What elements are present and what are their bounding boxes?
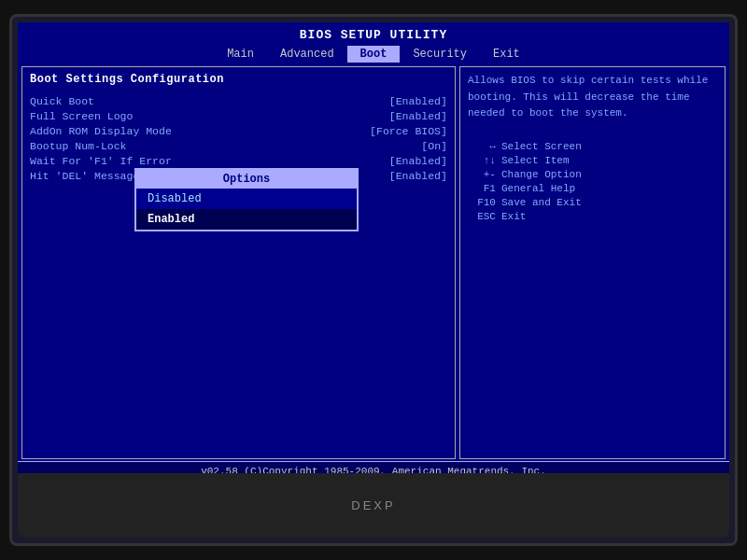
dropdown-item-disabled[interactable]: Disabled — [136, 189, 357, 209]
key-help: ↔ Select Screen ↑↓ Select Item +- Change… — [468, 141, 717, 225]
key-sym-f1: F1 — [468, 183, 496, 194]
key-sym-f10: F10 — [468, 197, 496, 208]
setting-value-del: [Enabled] — [389, 170, 447, 182]
key-sym-esc: ESC — [468, 211, 496, 222]
table-row[interactable]: Bootup Num-Lock [On] — [30, 140, 447, 152]
table-row[interactable]: Wait For 'F1' If Error [Enabled] — [30, 155, 447, 167]
help-text: Allows BIOS to skip certain tests while … — [468, 73, 717, 122]
setting-value-quickboot: [Enabled] — [389, 95, 447, 107]
main-content: Boot Settings Configuration Quick Boot [… — [18, 64, 729, 461]
bios-screen: BIOS SETUP UTILITY Main Advanced Boot Se… — [18, 22, 729, 473]
key-desc-f1: General Help — [501, 183, 575, 194]
footer-text: v02.58 (C)Copyright 1985-2009, American … — [201, 466, 546, 473]
setting-name-numlock: Bootup Num-Lock — [30, 140, 127, 152]
setting-value-fullscreen: [Enabled] — [389, 110, 447, 122]
dropdown-item-enabled[interactable]: Enabled — [136, 209, 357, 230]
key-row-select-item: ↑↓ Select Item — [468, 155, 717, 166]
setting-name-f1: Wait For 'F1' If Error — [30, 155, 172, 167]
tab-security[interactable]: Security — [400, 46, 480, 63]
panel-title: Boot Settings Configuration — [30, 73, 447, 86]
tab-main[interactable]: Main — [214, 46, 267, 63]
bios-title: BIOS SETUP UTILITY — [18, 22, 729, 46]
key-row-change-option: +- Change Option — [468, 169, 717, 180]
setting-value-numlock: [On] — [421, 140, 447, 152]
right-panel: Allows BIOS to skip certain tests while … — [459, 66, 726, 459]
key-row-f1: F1 General Help — [468, 183, 717, 194]
key-desc-esc: Exit — [501, 211, 526, 222]
footer-bar: v02.58 (C)Copyright 1985-2009, American … — [18, 461, 729, 473]
key-desc-change-option: Change Option — [501, 169, 582, 180]
setting-value-addon: [Force BIOS] — [370, 125, 447, 137]
key-sym-plusminus: +- — [468, 169, 496, 180]
key-desc-f10: Save and Exit — [501, 197, 582, 208]
table-row[interactable]: Quick Boot [Enabled] — [30, 95, 447, 107]
tab-boot[interactable]: Boot — [347, 46, 401, 63]
title-text: BIOS SETUP UTILITY — [300, 28, 447, 42]
setting-name-addon: AddOn ROM Display Mode — [30, 125, 172, 137]
tab-advanced[interactable]: Advanced — [267, 46, 347, 63]
monitor-bezel: DEXP — [18, 473, 729, 538]
key-desc-select-item: Select Item — [501, 155, 570, 166]
key-sym-arrows: ↔ — [468, 141, 496, 152]
tab-bar: Main Advanced Boot Security Exit — [18, 46, 729, 63]
monitor-brand: DEXP — [351, 498, 395, 512]
setting-name-quickboot: Quick Boot — [30, 95, 94, 107]
key-sym-updown: ↑↓ — [468, 155, 496, 166]
dropdown-title: Options — [136, 170, 357, 189]
table-row[interactable]: AddOn ROM Display Mode [Force BIOS] — [30, 125, 447, 137]
left-panel: Boot Settings Configuration Quick Boot [… — [21, 66, 456, 459]
tab-exit[interactable]: Exit — [480, 46, 533, 63]
options-dropdown[interactable]: Options Disabled Enabled — [134, 168, 359, 231]
key-row-select-screen: ↔ Select Screen — [468, 141, 717, 152]
key-row-f10: F10 Save and Exit — [468, 197, 717, 208]
key-row-esc: ESC Exit — [468, 211, 717, 222]
setting-value-f1: [Enabled] — [389, 155, 447, 167]
table-row[interactable]: Full Screen Logo [Enabled] — [30, 110, 447, 122]
setting-name-fullscreen: Full Screen Logo — [30, 110, 133, 122]
key-desc-select-screen: Select Screen — [501, 141, 582, 152]
monitor-outer: BIOS SETUP UTILITY Main Advanced Boot Se… — [9, 14, 738, 546]
